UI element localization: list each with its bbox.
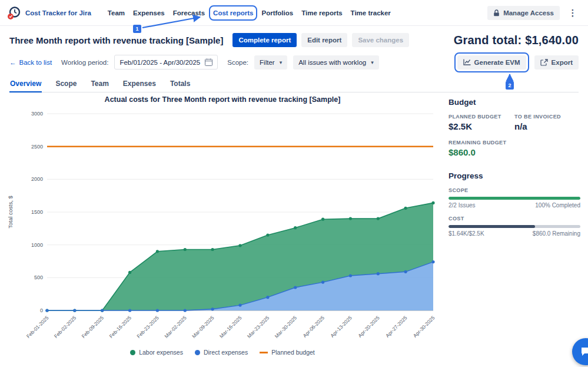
legend-item-labor[interactable]: Labor expenses	[130, 349, 183, 356]
chevron-down-icon: ▾	[280, 59, 283, 65]
issues-scope-select[interactable]: All issues with worklog ▾	[293, 55, 379, 70]
legend-item-planned[interactable]: Planned budget	[260, 349, 315, 356]
svg-text:Mar-02-2025: Mar-02-2025	[163, 315, 188, 339]
scope-label: Scope:	[227, 59, 248, 66]
svg-text:Apr-06-2025: Apr-06-2025	[302, 315, 326, 339]
app-logo[interactable]: Cost Tracker for Jira	[7, 6, 91, 20]
chat-bubble-icon	[580, 346, 588, 358]
nav-item-time-tracker[interactable]: Time tracker	[351, 9, 391, 16]
export-button[interactable]: Export	[534, 55, 579, 70]
nav-item-portfolios[interactable]: Portfolios	[261, 9, 293, 16]
help-chat-button[interactable]	[572, 338, 588, 365]
legend-item-direct[interactable]: Direct expenses	[195, 349, 248, 356]
svg-text:Apr-13-2025: Apr-13-2025	[329, 315, 353, 339]
scope-issues-count: 2/2 Issues	[449, 202, 476, 209]
svg-text:Apr-20-2025: Apr-20-2025	[357, 315, 381, 339]
worklog-period-input[interactable]: Feb/01/2025 - Apr/30/2025	[114, 55, 218, 70]
planned-budget-block: PLANNED BUDGET $2.5K	[449, 114, 514, 131]
cost-progress-captions: $1.64K/$2.5K $860.0 Remaining	[449, 230, 580, 237]
back-arrow-icon: ←	[9, 59, 16, 66]
cost-spent-value: $1.64K/$2.5K	[449, 230, 484, 237]
scope-filter-select[interactable]: Filter ▾	[254, 55, 287, 70]
svg-text:Feb-02-2025: Feb-02-2025	[53, 315, 78, 339]
nav-item-time-reports[interactable]: Time reports	[301, 9, 342, 16]
save-changes-button: Save changes	[352, 33, 409, 47]
main-nav: Team Expenses Forecasts Cost reports Por…	[108, 9, 391, 16]
scope-completed-percent: 100% Completed	[535, 202, 580, 209]
chart-title: Actual costs for Three Month report with…	[9, 95, 436, 104]
page-title: Three Month report with revenue tracking…	[9, 35, 223, 45]
svg-text:Mar-30-2025: Mar-30-2025	[274, 315, 298, 339]
nav-right-actions: Manage Access ⋮	[487, 5, 581, 21]
scope-progress-bar	[449, 197, 580, 200]
svg-text:Feb-16-2025: Feb-16-2025	[108, 315, 133, 339]
svg-text:Feb-09-2025: Feb-09-2025	[81, 315, 105, 339]
cost-progress-bar	[449, 225, 580, 228]
budget-values: PLANNED BUDGET $2.5K TO BE INVOICED n/a	[449, 114, 580, 131]
tab-overview[interactable]: Overview	[9, 78, 42, 92]
kebab-menu-icon[interactable]: ⋮	[564, 5, 581, 21]
svg-text:Mar-16-2025: Mar-16-2025	[218, 315, 243, 339]
legend-label-labor: Labor expenses	[139, 349, 183, 356]
cost-tracker-logo-icon	[7, 6, 21, 20]
svg-text:500: 500	[34, 275, 43, 280]
tab-team[interactable]: Team	[90, 78, 109, 92]
svg-text:2000: 2000	[31, 176, 43, 182]
remaining-budget-block: REMAINING BUDGET $860.0	[449, 140, 580, 157]
labor-expenses-swatch-icon	[130, 350, 135, 355]
report-toolbar: ← Back to list Worklog period: Feb/01/20…	[9, 55, 579, 70]
line-chart-icon	[463, 59, 471, 65]
back-to-list-label: Back to list	[19, 59, 52, 66]
svg-text:Feb-01-2025: Feb-01-2025	[25, 315, 50, 339]
calendar-icon[interactable]	[205, 58, 212, 66]
svg-text:1000: 1000	[31, 242, 43, 248]
report-tabs: Overview Scope Team Expenses Totals	[9, 78, 579, 92]
issues-scope-value: All issues with worklog	[298, 59, 366, 66]
back-to-list-link[interactable]: ← Back to list	[9, 59, 52, 66]
remaining-budget-value: $860.0	[449, 147, 580, 157]
tab-totals[interactable]: Totals	[170, 78, 191, 92]
tab-expenses[interactable]: Expenses	[122, 78, 157, 92]
to-be-invoiced-block: TO BE INVOICED n/a	[514, 114, 580, 131]
nav-item-team[interactable]: Team	[108, 9, 125, 16]
chevron-down-icon: ▾	[371, 59, 374, 65]
generate-evm-button[interactable]: Generate EVM	[457, 55, 526, 70]
svg-text:3000: 3000	[31, 111, 43, 117]
annotation-badge-1: 1	[133, 25, 141, 33]
remaining-budget-label: REMAINING BUDGET	[449, 140, 580, 146]
to-be-invoiced-value: n/a	[514, 121, 580, 131]
chart-legend: Labor expenses Direct expenses Planned b…	[5, 349, 440, 356]
svg-text:2500: 2500	[31, 144, 43, 150]
nav-item-expenses[interactable]: Expenses	[133, 9, 165, 16]
report-actions: Complete report Edit report Save changes	[232, 33, 409, 47]
cost-remaining-value: $860.0 Remaining	[533, 230, 580, 237]
direct-expenses-swatch-icon	[195, 350, 200, 355]
worklog-period-value: Feb/01/2025 - Apr/30/2025	[119, 59, 200, 66]
complete-report-button[interactable]: Complete report	[232, 33, 297, 47]
budget-title: Budget	[449, 98, 580, 107]
progress-title: Progress	[449, 171, 580, 180]
lock-icon	[493, 9, 500, 16]
legend-label-direct: Direct expenses	[204, 349, 248, 356]
manage-access-button[interactable]: Manage Access	[487, 6, 560, 20]
scope-filter-value: Filter	[260, 59, 275, 66]
svg-text:Mar-09-2025: Mar-09-2025	[191, 315, 215, 339]
top-nav: Cost Tracker for Jira Team Expenses Fore…	[0, 0, 588, 26]
budget-panel: Budget PLANNED BUDGET $2.5K TO BE INVOIC…	[449, 98, 580, 242]
nav-item-cost-reports[interactable]: Cost reports	[213, 9, 253, 16]
nav-item-forecasts[interactable]: Forecasts	[173, 9, 205, 16]
cost-progress-label: COST	[449, 216, 580, 221]
generate-evm-label: Generate EVM	[474, 59, 520, 66]
manage-access-label: Manage Access	[503, 9, 554, 16]
edit-report-button[interactable]: Edit report	[301, 33, 347, 47]
to-be-invoiced-label: TO BE INVOICED	[514, 114, 580, 120]
tab-scope[interactable]: Scope	[55, 78, 77, 92]
legend-label-planned: Planned budget	[271, 349, 315, 356]
svg-text:Feb-23-2025: Feb-23-2025	[135, 315, 160, 339]
svg-text:Mar-23-2025: Mar-23-2025	[246, 315, 271, 339]
actual-costs-chart: 050010001500200025003000Feb-01-2025Feb-0…	[5, 105, 440, 347]
svg-text:Apr-27-2025: Apr-27-2025	[384, 315, 408, 339]
svg-text:Total costs, $: Total costs, $	[7, 196, 14, 229]
scope-progress-label: SCOPE	[449, 187, 580, 193]
planned-budget-swatch-icon	[260, 352, 268, 353]
